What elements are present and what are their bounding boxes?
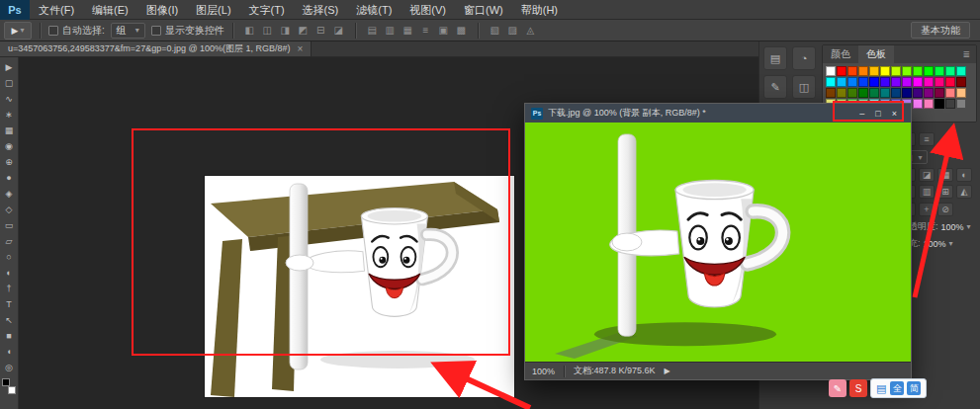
panel-menu-icon[interactable]: ≣ (956, 49, 976, 59)
distribute-icon[interactable]: ▥ (382, 23, 399, 39)
rectangle-tool[interactable]: ■ (0, 328, 19, 344)
align-icon[interactable]: ◫ (259, 23, 276, 39)
ime-logo-icon[interactable]: S (849, 379, 867, 397)
color-swatch[interactable] (945, 88, 955, 98)
current-tool-badge[interactable]: ▶▾ (4, 22, 32, 40)
color-swatch[interactable] (902, 66, 912, 76)
close-button[interactable]: × (892, 109, 897, 119)
menu-item[interactable]: 编辑(E) (83, 0, 137, 20)
menu-item[interactable]: 图像(I) (137, 0, 187, 20)
menu-item[interactable]: 文件(F) (30, 0, 83, 20)
color-swatch[interactable] (935, 88, 944, 98)
color-swatch[interactable] (924, 88, 934, 98)
color-swatch[interactable] (924, 66, 934, 76)
color-swatch[interactable] (913, 88, 923, 98)
align-icon[interactable]: ◨ (277, 23, 294, 39)
color-swatch[interactable] (902, 88, 912, 98)
arrange-icon[interactable]: ◬ (522, 23, 539, 39)
minimize-button[interactable]: – (859, 109, 864, 119)
floating-window-titlebar[interactable]: Ps 下载.jpg @ 100% (背景 副本, RGB/8#) * – □ × (525, 104, 911, 123)
zoom-level[interactable]: 100% (532, 367, 555, 376)
tab-color[interactable]: 颜色 (823, 45, 858, 63)
color-swatch[interactable] (837, 88, 846, 98)
color-swatch[interactable] (913, 77, 923, 87)
eyedropper-tool[interactable]: ◉ (0, 138, 19, 154)
menu-item[interactable]: 滤镜(T) (347, 0, 401, 20)
adjustment-icon[interactable]: ◭ (956, 185, 972, 199)
color-swatch[interactable] (935, 99, 944, 109)
panel-dock-icon[interactable]: ◫ (792, 75, 816, 99)
distribute-icon[interactable]: ≡ (417, 23, 434, 39)
distribute-icon[interactable]: ▦ (400, 23, 416, 39)
show-transform-checkbox[interactable]: 显示变换控件 (151, 24, 224, 38)
align-icon[interactable]: ◧ (241, 23, 258, 39)
menu-item[interactable]: 图层(L) (187, 0, 239, 20)
color-swatch[interactable] (924, 77, 934, 87)
color-swatch[interactable] (858, 66, 868, 76)
document-tab[interactable]: u=3457063756,249583377&fm=27&gp=0.jpg @ … (0, 41, 312, 56)
eraser-tool[interactable]: ▭ (0, 217, 19, 233)
color-swatch[interactable] (847, 88, 857, 98)
gradient-tool[interactable]: ▱ (0, 233, 19, 249)
floating-document-window[interactable]: Ps 下载.jpg @ 100% (背景 副本, RGB/8#) * – □ ×… (524, 103, 912, 380)
pen-tool[interactable]: † (0, 281, 19, 296)
color-swatch[interactable] (837, 66, 846, 76)
background-color-chip[interactable] (8, 386, 16, 394)
align-icon[interactable]: ⊟ (312, 23, 329, 39)
color-swatch[interactable] (869, 66, 879, 76)
zoom-tool[interactable]: ◎ (0, 360, 19, 375)
ime-pin-icon[interactable]: ✎ (829, 379, 846, 397)
distribute-icon[interactable]: ▩ (453, 23, 470, 39)
adjustment-icon[interactable]: ◐ (956, 168, 972, 182)
color-swatch[interactable] (880, 66, 890, 76)
lasso-tool[interactable]: ∿ (0, 91, 19, 107)
arrange-icon[interactable]: ▧ (487, 23, 503, 39)
panel-dock-icon[interactable]: ✎ (763, 75, 787, 99)
move-tool[interactable]: ▶ (0, 59, 19, 75)
distribute-icon[interactable]: ▤ (364, 23, 381, 39)
color-swatch[interactable] (858, 88, 868, 98)
color-swatch[interactable] (913, 99, 923, 109)
color-swatch[interactable] (891, 88, 901, 98)
color-swatch[interactable] (902, 77, 912, 87)
align-icon[interactable]: ◩ (295, 23, 312, 39)
menu-item[interactable]: 文字(T) (240, 0, 294, 20)
history-brush-tool[interactable]: ◇ (0, 202, 19, 217)
auto-select-checkbox[interactable]: 自动选择: (48, 24, 105, 38)
color-swatch[interactable] (869, 77, 879, 87)
tab-swatches[interactable]: 色板 (858, 45, 894, 63)
color-swatch[interactable] (847, 77, 857, 87)
color-swatch[interactable] (945, 77, 955, 87)
status-arrow-icon[interactable]: ▶ (665, 367, 670, 375)
adjustment-icon[interactable]: ▥ (919, 185, 935, 199)
color-swatch[interactable] (826, 77, 836, 87)
panel-dock-icon[interactable]: ◔ (792, 46, 816, 70)
color-swatch[interactable] (826, 88, 836, 98)
blur-tool[interactable]: ○ (0, 249, 19, 265)
spot-healing-brush-tool[interactable]: ⊕ (0, 154, 19, 170)
distribute-icon[interactable]: ▣ (435, 23, 452, 39)
crop-tool[interactable]: ▦ (0, 123, 19, 138)
ime-mode-chip[interactable]: 全 (890, 381, 904, 395)
color-swatch[interactable] (869, 88, 879, 98)
quick-selection-tool[interactable]: ∗ (0, 107, 19, 123)
adjustment-icon[interactable]: ⊞ (937, 185, 953, 199)
arrange-icon[interactable]: ▨ (504, 23, 521, 39)
color-swatch[interactable] (935, 77, 944, 87)
color-swatch[interactable] (956, 88, 966, 98)
workspace-switcher-button[interactable]: 基本功能 (911, 22, 970, 39)
color-swatch[interactable] (956, 66, 966, 76)
brush-tool[interactable]: ● (0, 170, 19, 186)
adjustment-icon[interactable]: ▦ (937, 168, 953, 182)
color-swatch[interactable] (945, 66, 955, 76)
floating-document-canvas[interactable] (525, 123, 911, 362)
path-selection-tool[interactable]: ↖ (0, 312, 19, 328)
color-swatch[interactable] (891, 66, 901, 76)
color-swatch[interactable] (880, 77, 890, 87)
color-swatch[interactable] (837, 77, 846, 87)
foreground-color-chip[interactable] (2, 378, 10, 386)
foreground-background-colors[interactable] (2, 378, 16, 394)
adjustment-icon[interactable]: ◪ (919, 168, 935, 182)
hand-tool[interactable]: ◖ (0, 344, 19, 360)
tab-close-icon[interactable]: × (298, 43, 304, 54)
